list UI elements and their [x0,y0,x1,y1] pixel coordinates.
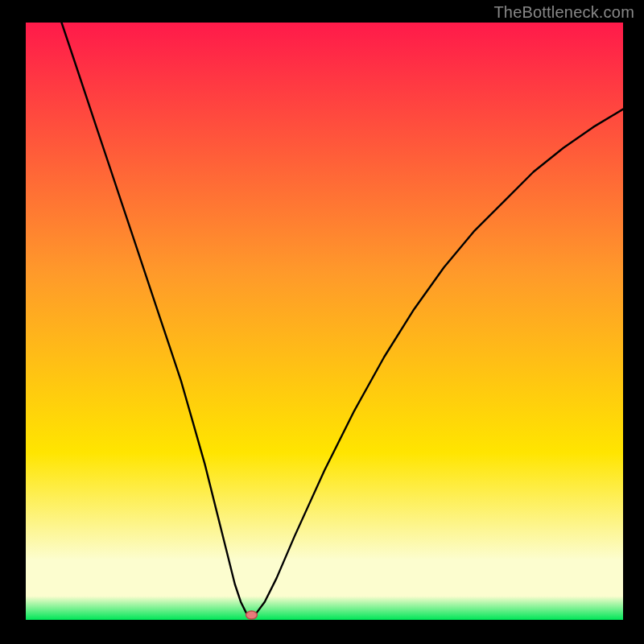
minimum-marker [246,611,257,619]
watermark-text: TheBottleneck.com [493,3,634,22]
chart-container: { "watermark": "TheBottleneck.com", "col… [0,0,644,644]
plot-background [26,23,623,620]
chart-svg [0,0,644,644]
